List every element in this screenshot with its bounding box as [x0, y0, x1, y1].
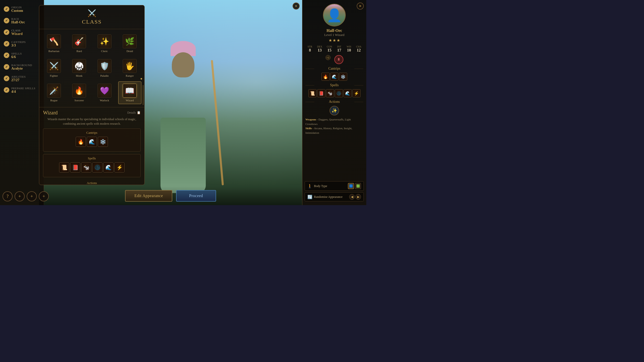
cantrips-box: Cantrips 🔥🌊❄️	[43, 128, 141, 152]
class-item-barbarian[interactable]: 🪓 Barbarian	[42, 32, 66, 55]
right-cantrip-1[interactable]: 🌊	[330, 73, 338, 81]
class-item-druid[interactable]: 🌿 Druid	[118, 32, 142, 55]
class-item-fighter[interactable]: ⚔️ Fighter	[42, 57, 66, 79]
right-spell-4[interactable]: 🌊	[344, 89, 352, 97]
randomise-row[interactable]: 🔄 Randomise Appearance ◀ ▶	[305, 192, 364, 201]
main-cantrip-0[interactable]: 🔥	[76, 137, 86, 147]
main-spell-1[interactable]: 📕	[70, 162, 80, 172]
stat-label-con: CON	[325, 45, 334, 48]
panel-close-button[interactable]: ✕	[293, 3, 300, 10]
main-spell-4[interactable]: 🌊	[103, 162, 113, 172]
hp-plus-button[interactable]: +1	[326, 55, 331, 60]
nav-label-background: Background	[11, 64, 40, 67]
body-type-row: 🚶 Body Type 🟦 🟩	[305, 181, 364, 191]
body-icon-1[interactable]: 🟦	[348, 183, 354, 189]
nav-item-race[interactable]: Race Half-Orc	[3, 15, 41, 26]
main-cantrip-2[interactable]: ❄️	[98, 137, 108, 147]
nav-item-class[interactable]: Class Wizard	[3, 27, 41, 38]
character-figure	[143, 22, 223, 193]
right-cantrips-title: Cantrips	[305, 67, 363, 71]
nav-label-prepare_spells: Prepare Spells	[11, 87, 40, 90]
hp-row: +1 8	[305, 55, 363, 64]
nav-item-abilities[interactable]: Abilities 27/27	[3, 73, 41, 84]
nav-check-prepare_spells	[4, 87, 9, 93]
nav-sub-race: Half-Orc	[11, 20, 40, 24]
add-button-2[interactable]: +	[27, 191, 37, 201]
nav-item-origin[interactable]: Origin Custom	[3, 4, 41, 15]
right-cantrip-0[interactable]: 🔥	[321, 73, 330, 81]
stat-value-wis: 10	[344, 48, 353, 53]
right-cantrip-2[interactable]: ❄️	[339, 73, 347, 81]
class-icon-cleric: ✨	[98, 34, 111, 48]
class-name-bard: Bard	[76, 50, 82, 53]
stat-label-wis: WIS	[344, 45, 353, 48]
right-spell-5[interactable]: ⚡	[352, 89, 360, 97]
main-spell-2[interactable]: 🐄	[81, 162, 91, 172]
character-robe	[160, 118, 206, 193]
class-item-wizard[interactable]: 📖 Wizard	[118, 81, 142, 104]
class-icon-druid: 🌿	[123, 34, 137, 48]
stat-dex: DEX 13	[315, 45, 324, 53]
portrait-circle: 👤	[323, 4, 346, 26]
class-item-warlock[interactable]: 💜 Warlock	[93, 81, 116, 104]
nav-check-origin	[4, 6, 9, 12]
right-spell-3[interactable]: 🌑	[335, 89, 343, 97]
nav-item-background[interactable]: Background Acolyte	[3, 62, 41, 73]
main-spell-5[interactable]: ⚡	[114, 162, 125, 172]
nav-check-race	[4, 18, 9, 23]
right-spell-1[interactable]: 📕	[317, 89, 325, 97]
stat-label-str: STR	[305, 45, 314, 48]
main-spell-0[interactable]: 📜	[59, 162, 69, 172]
panel-title: Class	[43, 19, 141, 25]
class-item-paladin[interactable]: 🛡️ Paladin	[93, 57, 116, 79]
class-item-sorcerer[interactable]: 🔥 Sorcerer	[68, 81, 91, 104]
class-icon-sorcerer: 🔥	[72, 84, 86, 98]
class-icon-bard: 🎸	[72, 34, 86, 48]
scrollbar[interactable]	[143, 85, 144, 105]
right-spell-2[interactable]: 🐄	[326, 89, 334, 97]
rand-arrow-right[interactable]: ▶	[355, 194, 361, 200]
main-cantrip-1[interactable]: 🌊	[87, 137, 97, 147]
character-sub: Level 1 Wizard	[305, 33, 363, 37]
nav-label-abilities: Abilities	[11, 75, 40, 78]
right-action-icon[interactable]: ✨	[330, 106, 339, 115]
class-item-cleric[interactable]: ✨ Cleric	[93, 32, 116, 55]
details-link[interactable]: Details 📋	[127, 111, 141, 115]
main-spell-3[interactable]: 🌑	[92, 162, 102, 172]
class-name-monk: Monk	[76, 74, 83, 77]
class-item-rogue[interactable]: 🗡️ Rogue	[42, 81, 66, 104]
top-close-button[interactable]: ✕	[357, 3, 364, 10]
stat-wis: WIS 10	[344, 45, 353, 53]
class-item-monk[interactable]: 🥋 Monk	[68, 57, 91, 79]
nav-check-cantrips	[4, 41, 9, 47]
class-name-druid: Druid	[127, 50, 133, 53]
stat-str: STR 8	[305, 45, 314, 53]
help-buttons: ? + + +	[3, 191, 49, 201]
edit-appearance-button[interactable]: Edit Appearance	[125, 190, 172, 202]
add-button-3[interactable]: +	[39, 191, 49, 201]
class-name-rogue: Rogue	[50, 99, 58, 102]
add-button-1[interactable]: +	[15, 191, 25, 201]
proceed-button[interactable]: Proceed	[176, 190, 216, 202]
class-item-ranger[interactable]: 🖐️ Ranger	[118, 57, 142, 79]
nav-item-spells[interactable]: Spells 6/6	[3, 50, 41, 61]
right-spell-0[interactable]: 📜	[308, 89, 316, 97]
stat-con: CON 15	[325, 45, 334, 53]
nav-sub-prepare_spells: 4/4	[11, 90, 40, 94]
nav-text-cantrips: Cantrips 3/3	[11, 40, 40, 48]
body-icon-2[interactable]: 🟩	[355, 183, 361, 189]
class-icon-ranger: 🖐️	[123, 59, 137, 73]
nav-item-prepare_spells[interactable]: Prepare Spells 4/4	[3, 85, 41, 96]
nav-check-spells	[4, 53, 9, 58]
stats-row: STR 8 DEX 13 CON 15 INT 17 WIS 10 CHA 12	[305, 45, 363, 53]
nav-item-cantrips[interactable]: Cantrips 3/3	[3, 38, 41, 50]
wizard-description: Wizards master the arcane by specialisin…	[43, 117, 141, 126]
class-item-bard[interactable]: 🎸 Bard	[68, 32, 91, 55]
help-button[interactable]: ?	[3, 191, 13, 201]
rand-arrow-left[interactable]: ◀	[349, 194, 355, 200]
class-icon-barbarian: 🪓	[47, 34, 61, 48]
character-portrait: 👤 Half-Orc Level 1 Wizard ★ ★ ★	[305, 4, 363, 43]
wizard-details: Wizard Details 📋 Wizards master the arca…	[39, 107, 144, 185]
nav-sub-class: Wizard	[11, 32, 40, 36]
stat-value-cha: 12	[354, 48, 363, 53]
